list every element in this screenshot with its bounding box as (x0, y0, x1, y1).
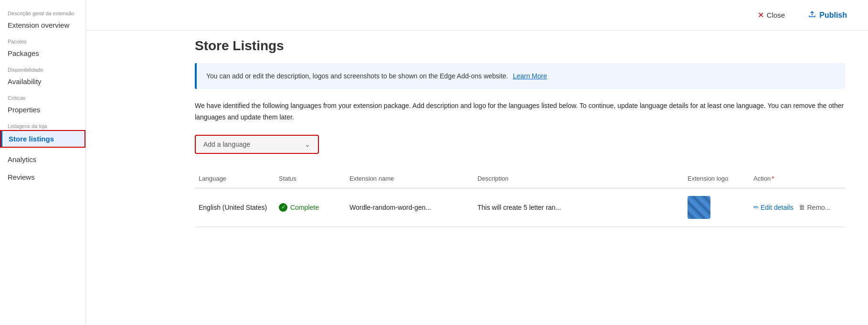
col-extension-name: Extension name (346, 173, 470, 184)
col-extension-logo: Extension logo (684, 173, 746, 184)
sidebar-section-extension-overview: Descrição geral da extensão Extension ov… (0, 5, 85, 33)
status-complete: ✓ Complete (279, 203, 319, 212)
sidebar-item-analytics[interactable]: Analytics (0, 152, 85, 167)
sidebar-item-store-listings[interactable]: Store listings (0, 130, 85, 148)
header: ✕ Close Publish (86, 0, 868, 31)
sidebar-section-label-store-listings: Listagens da loja (0, 118, 85, 130)
col-description: Description (474, 173, 680, 184)
cell-action: ✏ Edit details 🗑 Remo... (750, 202, 845, 213)
remove-link[interactable]: 🗑 Remo... (799, 204, 830, 211)
table-row: English (United States) ✓ Complete Wordl… (195, 188, 845, 227)
cell-extension-name: Wordle-random-word-gen... (346, 202, 470, 213)
add-language-label: Add a language (203, 141, 250, 148)
sidebar-section-label-properties: Críticas (0, 89, 85, 102)
sidebar-item-properties[interactable]: Properties (0, 102, 85, 118)
sidebar-section-analytics: Analytics (0, 152, 85, 167)
check-circle-icon: ✓ (279, 203, 287, 212)
add-language-dropdown[interactable]: Add a language ⌄ (195, 135, 319, 154)
learn-more-link[interactable]: Learn More (513, 72, 547, 80)
sidebar-section-store-listings: Listagens da loja Store listings (0, 118, 85, 148)
sidebar-item-availability[interactable]: Availability (0, 74, 85, 89)
sidebar-section-packages: Pacotes Packages (0, 33, 85, 61)
page-title: Store Listings (195, 38, 845, 54)
required-star: * (772, 175, 774, 182)
main-content: Store Listings You can add or edit the d… (172, 0, 868, 325)
sidebar-section-reviews: Reviews (0, 169, 85, 185)
sidebar-section-properties: Críticas Properties (0, 89, 85, 118)
sidebar-item-packages[interactable]: Packages (0, 45, 85, 61)
sidebar: Descrição geral da extensão Extension ov… (0, 0, 86, 325)
table-container: Language Status Extension name Descripti… (195, 169, 845, 227)
publish-button[interactable]: Publish (802, 7, 853, 23)
cell-language: English (United States) (195, 202, 271, 213)
sidebar-section-label: Descrição geral da extensão (0, 5, 85, 17)
sidebar-item-extension-overview[interactable]: Extension overview (0, 17, 85, 33)
info-text-languages: We have identified the following languag… (195, 100, 845, 123)
cell-status: ✓ Complete (275, 201, 342, 214)
sidebar-section-label-packages: Pacotes (0, 33, 85, 45)
info-box: You can add or edit the description, log… (195, 63, 845, 89)
col-language: Language (195, 173, 271, 184)
add-language-container: Add a language ⌄ (195, 135, 845, 154)
extension-logo-thumbnail (688, 196, 710, 219)
edit-details-link[interactable]: ✏ Edit details (753, 204, 793, 211)
info-text-1: You can add or edit the description, log… (206, 72, 508, 80)
sidebar-item-reviews[interactable]: Reviews (0, 169, 85, 185)
edit-icon: ✏ (753, 204, 759, 211)
close-button[interactable]: ✕ Close (752, 8, 791, 22)
cell-description: This will create 5 letter ran... (474, 202, 680, 213)
extension-logo-image (688, 196, 710, 219)
chevron-down-icon: ⌄ (305, 141, 310, 148)
col-status: Status (275, 173, 342, 184)
header-actions: ✕ Close Publish (752, 7, 853, 23)
cell-extension-logo (684, 194, 746, 221)
table-header: Language Status Extension name Descripti… (195, 169, 845, 188)
publish-icon (808, 10, 816, 21)
close-icon: ✕ (758, 11, 764, 20)
col-action: Action* (750, 173, 845, 184)
sidebar-section-availability: Disponibilidade Availability (0, 61, 85, 89)
sidebar-section-label-availability: Disponibilidade (0, 61, 85, 74)
trash-icon: 🗑 (799, 204, 805, 211)
